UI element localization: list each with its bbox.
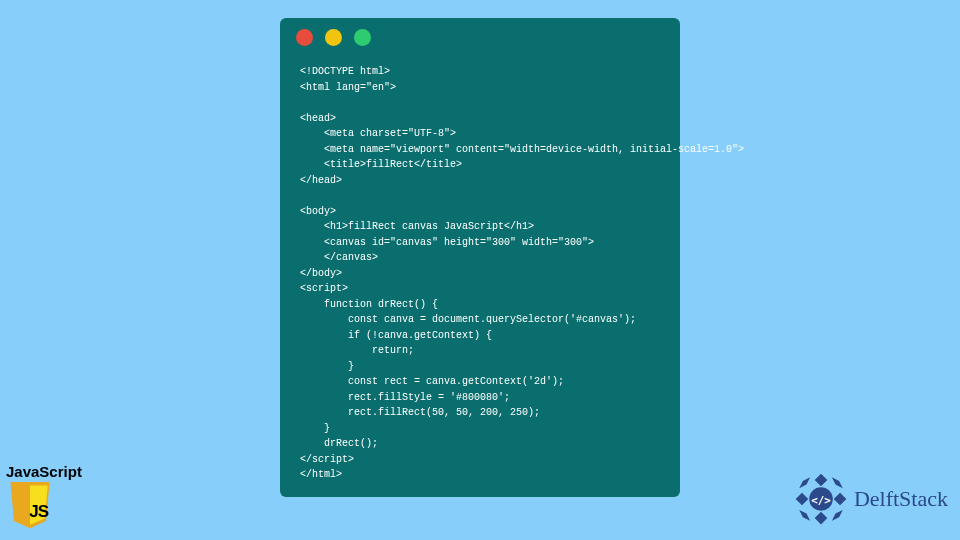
svg-marker-0 xyxy=(815,474,828,487)
brand-name: DelftStack xyxy=(854,486,948,512)
svg-marker-4 xyxy=(832,477,843,488)
javascript-logo-icon: JS xyxy=(6,482,54,530)
brand-logo: </> DelftStack xyxy=(792,470,948,528)
svg-marker-6 xyxy=(799,510,810,521)
code-snippet: <!DOCTYPE html> <html lang="en"> <head> … xyxy=(280,56,680,483)
javascript-label: JavaScript xyxy=(6,463,86,480)
delftstack-icon: </> xyxy=(792,470,850,528)
svg-text:</>: </> xyxy=(811,494,831,507)
close-icon xyxy=(296,29,313,46)
zoom-icon xyxy=(354,29,371,46)
svg-marker-7 xyxy=(799,477,810,488)
svg-marker-1 xyxy=(834,493,847,506)
javascript-logo-text: JS xyxy=(29,502,48,522)
javascript-badge: JavaScript JS xyxy=(6,463,86,530)
svg-marker-3 xyxy=(796,493,809,506)
svg-marker-2 xyxy=(815,512,828,525)
code-window: <!DOCTYPE html> <html lang="en"> <head> … xyxy=(280,18,680,497)
minimize-icon xyxy=(325,29,342,46)
svg-marker-5 xyxy=(832,510,843,521)
window-titlebar xyxy=(280,18,680,56)
